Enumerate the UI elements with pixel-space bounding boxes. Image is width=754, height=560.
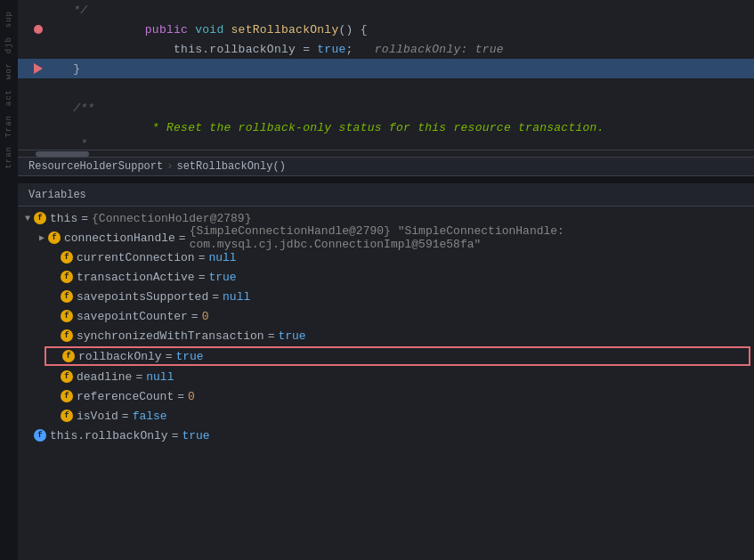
var-name: this.rollbackOnly xyxy=(50,429,168,442)
var-name: rollbackOnly xyxy=(78,350,162,363)
field-icon: f xyxy=(62,350,75,362)
variables-panel: Variables ▼ f this = {ConnectionHolder@2… xyxy=(18,183,754,560)
var-name: isVoid xyxy=(77,410,118,423)
code-text: * xyxy=(52,137,754,150)
code-line-close-highlighted: } xyxy=(18,59,754,78)
field-icon: f xyxy=(61,310,73,322)
sidebar-label-djb: djb xyxy=(4,37,13,53)
sidebar-label-tran: Tran xyxy=(4,115,13,138)
expand-arrow-connectionHandle[interactable]: ▶ xyxy=(36,231,48,244)
code-text xyxy=(52,82,754,95)
horizontal-scrollbar[interactable] xyxy=(18,150,754,157)
variables-title: Variables xyxy=(28,189,86,201)
var-eq: = xyxy=(166,350,173,363)
var-value: false xyxy=(133,410,167,423)
var-value: null xyxy=(223,290,250,304)
field-icon-blue: f xyxy=(34,429,46,442)
field-icon: f xyxy=(61,251,73,264)
var-eq: = xyxy=(268,329,275,343)
var-eq: = xyxy=(135,370,142,384)
variables-list: ▼ f this = {ConnectionHolder@2789} ▶ f c… xyxy=(18,207,754,447)
content-area: */ public void setRollbackOnly() { this.… xyxy=(18,0,754,560)
scrollbar-thumb[interactable] xyxy=(36,151,89,157)
var-eq: = xyxy=(81,212,88,225)
var-eq: = xyxy=(191,310,199,323)
var-value: 0 xyxy=(188,390,195,403)
field-icon: f xyxy=(34,212,46,224)
var-row-synchronizedWithTransaction[interactable]: f synchronizedWithTransaction = true xyxy=(18,326,754,345)
var-eq: = xyxy=(177,390,184,403)
var-name: savepointCounter xyxy=(77,310,188,323)
var-row-savepointCounter[interactable]: f savepointCounter = 0 xyxy=(18,306,754,326)
gutter-dot-container xyxy=(25,25,52,34)
var-eq: = xyxy=(199,251,206,264)
sidebar-label-sup: sup xyxy=(4,11,13,28)
execution-arrow xyxy=(34,63,43,74)
code-line-assign: this.rollbackOnly = true; rollbackOnly: … xyxy=(18,39,754,59)
field-icon: f xyxy=(61,370,73,383)
var-value: true xyxy=(175,350,203,363)
breadcrumb: ResourceHolderSupport › setRollbackOnly(… xyxy=(18,157,754,176)
var-row-deadline[interactable]: f deadline = null xyxy=(18,367,754,386)
field-icon: f xyxy=(61,290,73,303)
gutter-arrow-container xyxy=(25,63,52,74)
sidebar-label-tran2: tran xyxy=(4,146,13,169)
sidebar-label-act: act xyxy=(4,89,13,106)
code-editor: */ public void setRollbackOnly() { this.… xyxy=(18,0,754,157)
var-row-rollbackOnly-highlighted[interactable]: f rollbackOnly = true xyxy=(45,346,750,366)
code-text: } xyxy=(52,62,754,76)
variables-header: Variables xyxy=(18,183,754,207)
breadcrumb-method: setRollbackOnly() xyxy=(176,160,285,173)
field-icon: f xyxy=(48,231,61,244)
breadcrumb-separator: › xyxy=(166,160,173,173)
section-divider xyxy=(18,176,754,183)
var-value: 0 xyxy=(202,310,209,323)
code-line-empty xyxy=(18,78,754,98)
var-name: deadline xyxy=(77,370,132,384)
var-eq: = xyxy=(172,429,179,442)
field-icon: f xyxy=(61,329,73,342)
var-eq: = xyxy=(212,290,219,304)
var-name: synchronizedWithTransaction xyxy=(77,329,264,343)
var-value: null xyxy=(146,370,174,384)
var-eq: = xyxy=(199,271,206,284)
breakpoint-dot[interactable] xyxy=(34,25,43,34)
var-value: true xyxy=(182,429,209,442)
field-icon: f xyxy=(61,271,73,283)
var-name: transactionActive xyxy=(77,271,195,284)
var-row-referenceCount[interactable]: f referenceCount = 0 xyxy=(18,386,754,406)
var-row-transactionActive[interactable]: f transactionActive = true xyxy=(18,267,754,287)
left-sidebar: sup djb wor act Tran tran xyxy=(0,0,18,560)
var-row-isVoid[interactable]: f isVoid = false xyxy=(18,406,754,426)
var-value: true xyxy=(278,329,305,343)
var-name: referenceCount xyxy=(77,390,174,403)
var-eq: = xyxy=(179,231,186,245)
var-name: savepointsSupported xyxy=(77,290,208,304)
var-row-currentConnection[interactable]: f currentConnection = null xyxy=(18,248,754,267)
code-line-javadoc-reset: * Reset the rollback-only status for thi… xyxy=(18,118,754,137)
var-row-this-rollbackOnly[interactable]: f this.rollbackOnly = true xyxy=(18,426,754,445)
var-value: null xyxy=(208,251,236,264)
code-line-partial: * xyxy=(18,137,754,150)
field-icon: f xyxy=(61,410,73,422)
var-row-savepointsSupported[interactable]: f savepointsSupported = null xyxy=(18,287,754,306)
var-row-connectionHandle[interactable]: ▶ f connectionHandle = {SimpleConnection… xyxy=(18,228,754,248)
var-name: currentConnection xyxy=(77,251,195,264)
expand-arrow-this[interactable]: ▼ xyxy=(21,212,34,224)
var-value: {ConnectionHolder@2789} xyxy=(92,212,251,225)
var-eq: = xyxy=(122,410,129,423)
main-layout: sup djb wor act Tran tran */ public void… xyxy=(0,0,754,560)
var-name: this xyxy=(50,212,77,225)
var-name: connectionHandle xyxy=(64,231,175,245)
sidebar-label-wor: wor xyxy=(4,62,13,79)
var-value: true xyxy=(208,271,236,284)
field-icon: f xyxy=(61,390,73,402)
breadcrumb-class: ResourceHolderSupport xyxy=(28,160,163,173)
